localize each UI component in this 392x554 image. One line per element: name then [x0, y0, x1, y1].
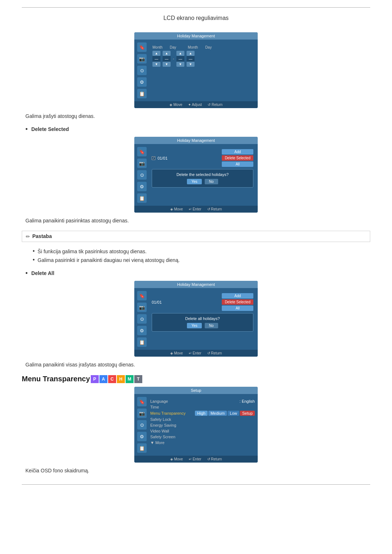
transparency-low[interactable]: Low — [228, 411, 239, 416]
osd3-confirm-dialog: Delete all holidays? Yes No — [152, 313, 253, 332]
delete-selected-description: Galima panaikinti pasirinktas atostogų d… — [22, 218, 370, 223]
osd3-del-sel-btn[interactable]: Delete Selected — [222, 299, 253, 305]
osd3-screen: Holiday Management 🔖 📷 ⊙ ⚙ 📋 01/ — [134, 281, 258, 357]
spinner-day2-up[interactable]: ▲ — [187, 51, 195, 56]
add-description: Galima įrašyti atostogų dienas. — [22, 113, 370, 119]
osd2-top-row: ✓ 01/01 Add Delete Selected All — [152, 149, 253, 167]
setup-label-safety-lock: Safety Lock — [150, 417, 171, 422]
spinner-month1-up[interactable]: ▲ — [152, 51, 160, 56]
setup-item-safety-lock: Safety Lock — [150, 416, 255, 422]
spinner-day2-down[interactable]: ▼ — [187, 62, 195, 67]
top-rule — [22, 7, 370, 8]
spinner-month2: ▲ — ▼ — [176, 51, 184, 67]
osd2-screen: Holiday Management 🔖 📷 ⊙ ⚙ 📋 ✓ — [134, 137, 258, 213]
osd2-confirm-text: Delete the selected holidays? — [156, 172, 249, 177]
osd3-inner: 01/01 Add Delete Selected All Delete all… — [150, 291, 255, 334]
osd3-content: 01/01 Add Delete Selected All Delete all… — [150, 291, 255, 347]
bullet-dot-2: • — [25, 270, 28, 277]
spinner-day1-down[interactable]: ▼ — [163, 62, 171, 67]
add-holiday-section: Holiday Management 🔖 📷 ⊙ ⚙ 📋 Month — [22, 32, 370, 119]
osd4-footer-enter: ↵ Enter — [189, 457, 201, 461]
osd2-entry: 01/01 — [158, 156, 168, 160]
osd2-confirm-btns: Yes No — [156, 179, 249, 184]
spinner-month2-val: — — [176, 56, 184, 62]
osd4-sidebar-icon-5: 📋 — [137, 443, 147, 453]
transparency-setup[interactable]: Setup — [240, 411, 255, 416]
section-header-menu-transparency: Menu Transparency P A C H M T — [22, 375, 370, 383]
osd3-sidebar-icon-4: ⚙ — [137, 326, 147, 335]
osd1-footer: ◈ Move ✦ Adjust ↺ Return — [134, 101, 258, 108]
footer-rule — [22, 484, 370, 485]
osd3-no-btn[interactable]: No — [205, 323, 218, 328]
spinner-day2-val: — — [187, 56, 195, 62]
osd4-sidebar-icon-4: ⚙ — [137, 432, 147, 441]
osd3-footer-return: ↺ Return — [207, 351, 222, 355]
spinner-month1-down[interactable]: ▼ — [152, 62, 160, 67]
osd2-add-btn[interactable]: Add — [222, 149, 253, 155]
transparency-high[interactable]: High — [195, 411, 208, 416]
osd2-no-btn[interactable]: No — [205, 179, 218, 184]
transparency-medium[interactable]: Medium — [208, 411, 227, 416]
osd4-content: Language : English Time Menu Transparenc… — [150, 397, 255, 453]
spinner-day1-val: — — [163, 56, 171, 62]
sub-bullet-1: • Ši funkcija galima tik pasirinkus atos… — [33, 249, 370, 254]
setup-item-safety-screen: Safety Screen — [150, 434, 255, 440]
osd2-checkbox[interactable]: ✓ — [152, 156, 155, 160]
osd3-yes-btn[interactable]: Yes — [187, 323, 201, 328]
osd3-sidebar-icon-1: 🔖 — [137, 291, 147, 300]
setup-item-menu-transparency: Menu Transparency High Medium Low Setup — [150, 410, 255, 416]
spinner-month1-val: — — [152, 56, 160, 62]
osd3-add-btn[interactable]: Add — [222, 293, 253, 299]
setup-item-energy-saving: Energy Saving — [150, 422, 255, 428]
setup-label-menu-transparency: Menu Transparency — [150, 411, 185, 415]
osd3-footer-move: ◈ Move — [170, 351, 183, 355]
setup-label-video-wall: Video Wall — [150, 429, 169, 433]
day-label1: Day — [170, 45, 176, 49]
badge-t: T — [134, 375, 142, 383]
spinner-day1-up[interactable]: ▲ — [163, 51, 171, 56]
spinner-month2-down[interactable]: ▼ — [176, 62, 184, 67]
osd4-sidebar-icon-2: 📷 — [137, 409, 147, 418]
sidebar-icon-3: ⊙ — [137, 66, 147, 75]
note-label: Pastaba — [32, 233, 52, 239]
osd3-footer-enter: ↵ Enter — [189, 351, 201, 355]
bullet-dot-1: • — [25, 126, 28, 133]
setup-label-safety-screen: Safety Screen — [150, 435, 175, 439]
osd3-body: 🔖 📷 ⊙ ⚙ 📋 01/01 — [134, 288, 258, 350]
menu-transparency-section: Menu Transparency P A C H M T Setup 🔖 📷 … — [22, 375, 370, 473]
osd4-footer: ◈ Move ↵ Enter ↺ Return — [134, 456, 258, 463]
osd2-sidebar-icon-2: 📷 — [137, 159, 147, 168]
setup-item-time: Time — [150, 404, 255, 410]
osd3-all-btn[interactable]: All — [222, 305, 253, 311]
osd4-sidebar: 🔖 📷 ⊙ ⚙ 📋 — [137, 397, 147, 453]
osd2-footer: ◈ Move ↵ Enter ↺ Return — [134, 206, 258, 213]
osd2-top-btns: Add Delete Selected All — [222, 149, 253, 167]
delete-selected-bullet: • Delete Selected — [22, 126, 370, 133]
osd3-sidebar-icon-2: 📷 — [137, 303, 147, 312]
badge-p: P — [91, 375, 99, 383]
osd3-entry: 01/01 — [152, 300, 162, 304]
osd3-footer: ◈ Move ↵ Enter ↺ Return — [134, 350, 258, 357]
page-title: LCD ekrano reguliavimas — [22, 15, 370, 21]
month-label2: Month — [188, 45, 198, 49]
osd3-center: Holiday Management 🔖 📷 ⊙ ⚙ 📋 01/ — [22, 281, 370, 357]
osd1-body: 🔖 📷 ⊙ ⚙ 📋 Month Day Month Day — [134, 40, 258, 101]
badge-h: H — [117, 375, 125, 383]
note-icon: ✏ — [26, 234, 30, 239]
delete-all-description: Galima panaikinti visas įrašytas atostog… — [22, 362, 370, 368]
day-label2: Day — [205, 45, 212, 49]
sidebar-icon-2: 📷 — [137, 54, 147, 63]
setup-item-more[interactable]: ▼ More — [150, 440, 255, 446]
osd2-del-sel-btn[interactable]: Delete Selected — [222, 155, 253, 161]
osd3-top-btns: Add Delete Selected All — [222, 293, 253, 311]
osd2-all-btn[interactable]: All — [222, 161, 253, 167]
osd2-sidebar-icon-4: ⚙ — [137, 182, 147, 191]
sub-bullet-2: • Galima pasirinkti ir panaikinti daugia… — [33, 257, 370, 263]
osd1-center: Holiday Management 🔖 📷 ⊙ ⚙ 📋 Month — [22, 32, 370, 108]
holiday-add-content: Month Day Month Day ▲ — ▼ — [150, 42, 255, 84]
osd2-yes-btn[interactable]: Yes — [187, 179, 201, 184]
footer-adjust: ✦ Adjust — [188, 103, 202, 107]
menu-transparency-title: Menu Transparency — [22, 375, 90, 383]
delete-selected-label: Delete Selected — [31, 126, 69, 132]
spinner-month2-up[interactable]: ▲ — [176, 51, 184, 56]
